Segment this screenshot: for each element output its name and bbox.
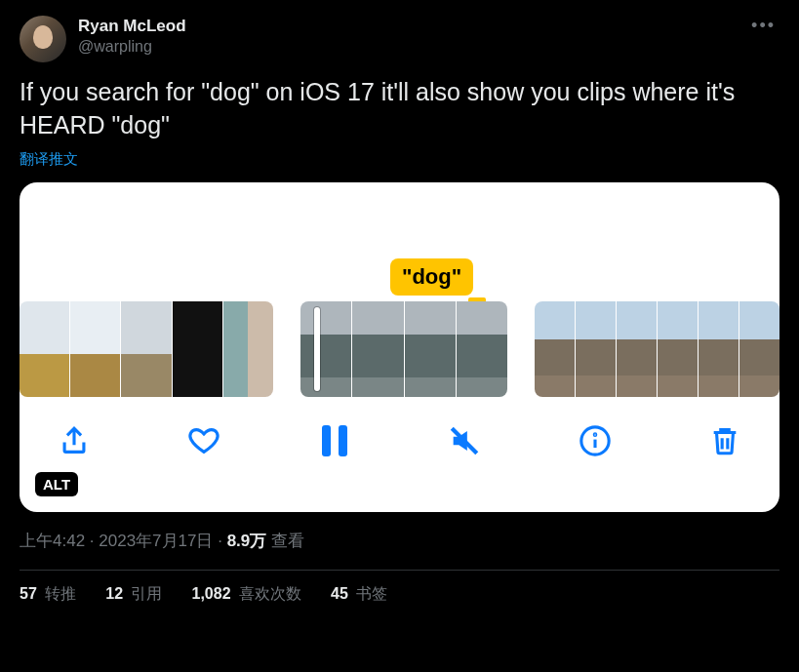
display-name[interactable]: Ryan McLeod bbox=[78, 16, 736, 37]
alt-badge[interactable]: ALT bbox=[35, 472, 78, 496]
translate-link[interactable]: 翻译推文 bbox=[20, 150, 78, 169]
clip-group[interactable] bbox=[300, 301, 507, 397]
info-button[interactable] bbox=[576, 421, 615, 460]
clip-frame bbox=[535, 301, 575, 397]
pause-icon bbox=[322, 425, 347, 456]
clip-group[interactable] bbox=[20, 301, 273, 397]
clip-frame bbox=[576, 301, 616, 397]
likes-stat[interactable]: 1,082 喜欢次数 bbox=[192, 584, 302, 605]
tweet-header: Ryan McLeod @warpling ••• bbox=[20, 16, 779, 62]
tweet-time[interactable]: 上午4:42 bbox=[20, 532, 85, 550]
stats-row: 57 转推 12 引用 1,082 喜欢次数 45 书签 bbox=[20, 584, 779, 605]
clip-frame bbox=[352, 301, 403, 397]
quotes-stat[interactable]: 12 引用 bbox=[105, 584, 162, 605]
more-options-button[interactable]: ••• bbox=[747, 16, 779, 36]
svg-point-1 bbox=[594, 433, 595, 434]
heart-icon bbox=[187, 424, 220, 457]
clip-frame bbox=[699, 301, 739, 397]
pause-button[interactable] bbox=[315, 421, 354, 460]
media-toolbar bbox=[20, 397, 779, 485]
tweet-text: If you search for "dog" on iOS 17 it'll … bbox=[20, 76, 779, 142]
speaker-muted-icon bbox=[448, 424, 481, 457]
playhead[interactable] bbox=[314, 307, 320, 391]
clip-frame bbox=[70, 301, 120, 397]
delete-button[interactable] bbox=[705, 421, 744, 460]
clip-frame bbox=[223, 301, 273, 397]
caption-bubble: "dog" bbox=[390, 258, 473, 296]
divider bbox=[20, 570, 779, 571]
retweets-stat[interactable]: 57 转推 bbox=[20, 584, 76, 605]
clip-frame bbox=[20, 301, 69, 397]
avatar[interactable] bbox=[20, 16, 66, 62]
views-count: 8.9万 bbox=[227, 532, 267, 550]
clip-frame bbox=[405, 301, 456, 397]
media-card[interactable]: "dog" bbox=[20, 182, 779, 512]
tweet-date[interactable]: 2023年7月17日 bbox=[99, 532, 213, 550]
clip-group[interactable] bbox=[535, 301, 779, 397]
share-button[interactable] bbox=[55, 421, 94, 460]
clip-timeline[interactable] bbox=[20, 301, 779, 397]
trash-icon bbox=[708, 424, 741, 457]
clip-frame bbox=[173, 301, 222, 397]
info-icon bbox=[579, 424, 612, 457]
clip-frame bbox=[658, 301, 698, 397]
clip-frame bbox=[121, 301, 171, 397]
clip-frame bbox=[617, 301, 657, 397]
handle[interactable]: @warpling bbox=[78, 37, 736, 58]
clip-frame bbox=[739, 301, 779, 397]
clip-frame bbox=[300, 301, 351, 397]
user-info: Ryan McLeod @warpling bbox=[78, 16, 736, 58]
mute-button[interactable] bbox=[445, 421, 484, 460]
tweet-container: Ryan McLeod @warpling ••• If you search … bbox=[0, 0, 799, 620]
clip-frame bbox=[457, 301, 507, 397]
favorite-button[interactable] bbox=[184, 421, 223, 460]
caption-area: "dog" bbox=[20, 182, 779, 301]
share-icon bbox=[58, 424, 91, 457]
meta-row: 上午4:42 · 2023年7月17日 · 8.9万 查看 bbox=[20, 530, 779, 552]
bookmarks-stat[interactable]: 45 书签 bbox=[331, 584, 387, 605]
views-label: 查看 bbox=[266, 532, 304, 550]
